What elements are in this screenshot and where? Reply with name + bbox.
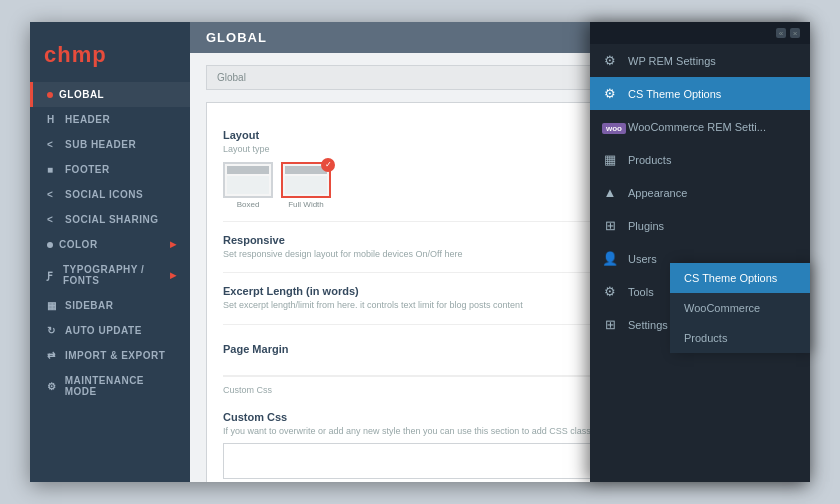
boxed-option: Boxed <box>223 162 273 209</box>
page-margin-label: Page Margin <box>223 343 288 355</box>
typography-icon: ƒ <box>47 270 57 281</box>
logo-accent: ch <box>44 42 72 67</box>
header-icon: H <box>47 114 59 125</box>
tools-icon: ⚙ <box>602 284 618 299</box>
app-logo: chmp <box>30 32 190 82</box>
products-icon: ▦ <box>602 152 618 167</box>
plugins-label: Plugins <box>628 220 664 232</box>
sidebar-item-auto-update[interactable]: ↻ Auto Update <box>30 318 190 343</box>
sidebar-item-label: Footer <box>65 164 110 175</box>
cs-theme-label: CS Theme Options <box>628 88 721 100</box>
sidebar-item-social-sharing[interactable]: < Social Sharing <box>30 207 190 232</box>
wp-panel-header: « × <box>590 22 810 44</box>
excerpt-label: Excerpt Length (in words) <box>223 285 523 297</box>
sidebar-item-label: Sidebar <box>65 300 114 311</box>
social-sharing-icon: < <box>47 214 59 225</box>
sidebar-item-global[interactable]: Global <box>30 82 190 107</box>
full-width-label-main: Full Width <box>281 200 331 209</box>
social-icons-icon: < <box>47 189 59 200</box>
wp-rem-label: WP REM Settings <box>628 55 716 67</box>
sidebar-item-header[interactable]: H Header <box>30 107 190 132</box>
color-dot <box>47 242 53 248</box>
plugins-icon: ⊞ <box>602 218 618 233</box>
users-icon: 👤 <box>602 251 618 266</box>
screenshot-wrapper: chmp Global H Header < Sub Header ■ Foot… <box>30 22 810 482</box>
panel-header-buttons: « × <box>776 28 800 38</box>
settings-icon: ⊞ <box>602 317 618 332</box>
sidebar-item-label: Sub Header <box>65 139 136 150</box>
sidebar: chmp Global H Header < Sub Header ■ Foot… <box>30 22 190 482</box>
sidebar-item-label: Auto Update <box>65 325 142 336</box>
wp-rem-settings-item[interactable]: ⚙ WP REM Settings <box>590 44 810 77</box>
appearance-icon: ▲ <box>602 185 618 200</box>
woo-badge: woo <box>602 123 626 134</box>
woocommerce-rem-item[interactable]: woo WooCommerce REM Setti... <box>590 110 810 143</box>
woocommerce-rem-label: WooCommerce REM Setti... <box>628 121 766 133</box>
panel-close-button[interactable]: × <box>790 28 800 38</box>
products-label: Products <box>628 154 671 166</box>
sidebar-dot <box>47 92 53 98</box>
submenu-cs-theme[interactable]: CS Theme Options <box>670 263 810 293</box>
tools-label: Tools <box>628 286 654 298</box>
sidebar-item-label: Import & Export <box>65 350 165 361</box>
import-export-icon: ⇄ <box>47 350 59 361</box>
logo-text: mp <box>72 42 107 67</box>
thumb-body <box>227 176 269 194</box>
thumb-header <box>227 166 269 174</box>
submenu-woocommerce[interactable]: WooCommerce <box>670 293 810 323</box>
wp-rem-icon: ⚙ <box>602 53 618 68</box>
full-width-thumb-main[interactable]: ✓ <box>281 162 331 198</box>
submenu-products-label: Products <box>684 332 727 344</box>
subheader-icon: < <box>47 139 59 150</box>
color-arrow: ▶ <box>170 240 177 249</box>
sidebar-item-label: Color <box>59 239 98 250</box>
typography-arrow: ▶ <box>170 271 177 280</box>
sidebar-item-label: Social Sharing <box>65 214 159 225</box>
responsive-label: Responsive <box>223 234 462 246</box>
cs-theme-options-item[interactable]: ⚙ CS Theme Options <box>590 77 810 110</box>
sidebar-icon: ▦ <box>47 300 59 311</box>
wp-panel: « × ⚙ WP REM Settings ⚙ CS Theme Options… <box>590 22 810 482</box>
responsive-desc: Set responsive design layout for mobile … <box>223 248 462 261</box>
sidebar-item-label: Maintenance Mode <box>65 375 176 397</box>
main-title: GLOBAL <box>206 30 267 45</box>
users-label: Users <box>628 253 657 265</box>
appearance-label: Appearance <box>628 187 687 199</box>
sidebar-item-footer[interactable]: ■ Footer <box>30 157 190 182</box>
panel-minimize-button[interactable]: « <box>776 28 786 38</box>
sidebar-item-label: Global <box>59 89 104 100</box>
boxed-thumb[interactable] <box>223 162 273 198</box>
sidebar-item-typography[interactable]: ƒ Typography / Fonts ▶ <box>30 257 190 293</box>
sidebar-item-color[interactable]: Color ▶ <box>30 232 190 257</box>
submenu-products[interactable]: Products <box>670 323 810 353</box>
maintenance-icon: ⚙ <box>47 381 59 392</box>
sidebar-item-social-icons[interactable]: < Social Icons <box>30 182 190 207</box>
sidebar-item-maintenance[interactable]: ⚙ Maintenance Mode <box>30 368 190 404</box>
sidebar-item-label: Social Icons <box>65 189 143 200</box>
sidebar-item-label: Header <box>65 114 110 125</box>
auto-update-icon: ↻ <box>47 325 59 336</box>
sidebar-item-sidebar[interactable]: ▦ Sidebar <box>30 293 190 318</box>
full-width-option: ✓ Full Width <box>281 162 331 209</box>
appearance-item[interactable]: ▲ Appearance <box>590 176 810 209</box>
excerpt-desc: Set excerpt length/limit from here. it c… <box>223 299 523 312</box>
plugins-item[interactable]: ⊞ Plugins <box>590 209 810 242</box>
thumb-body <box>285 176 327 194</box>
sidebar-item-subheader[interactable]: < Sub Header <box>30 132 190 157</box>
submenu-woocommerce-label: WooCommerce <box>684 302 760 314</box>
sidebar-item-label: Typography / Fonts <box>63 264 164 286</box>
cs-theme-icon: ⚙ <box>602 86 618 101</box>
settings-label: Settings <box>628 319 668 331</box>
submenu-cs-theme-label: CS Theme Options <box>684 272 777 284</box>
boxed-label: Boxed <box>223 200 273 209</box>
woo-icon: woo <box>602 119 618 134</box>
selected-badge: ✓ <box>321 158 335 172</box>
sidebar-item-import-export[interactable]: ⇄ Import & Export <box>30 343 190 368</box>
submenu-flyout: CS Theme Options WooCommerce Products <box>670 263 810 353</box>
footer-icon: ■ <box>47 164 59 175</box>
products-item[interactable]: ▦ Products CS Theme Options WooCommerce … <box>590 143 810 176</box>
